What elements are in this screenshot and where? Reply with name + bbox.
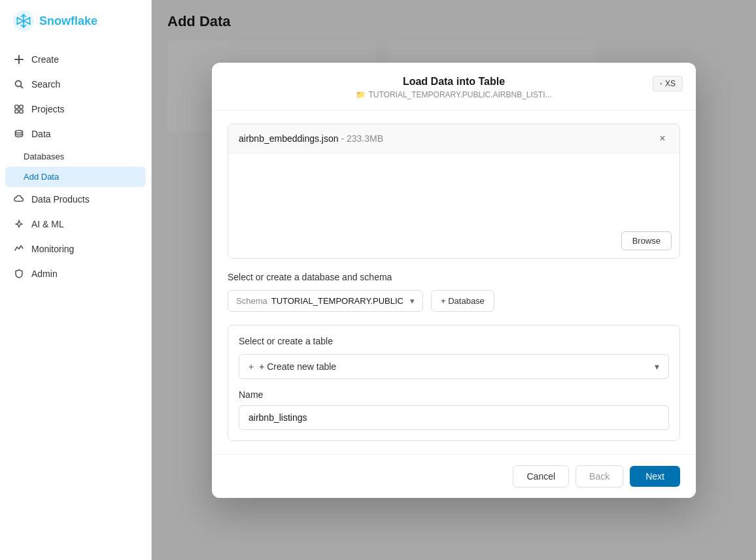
main-content: Add Data Load Data into Table 📁 TUTORIAL… (152, 0, 756, 560)
warehouse-badge-label: XS (665, 79, 676, 88)
sidebar-item-monitoring-label: Monitoring (31, 244, 74, 254)
sidebar-item-databases[interactable]: Databases (0, 146, 151, 167)
chevron-down-icon-table: ▾ (655, 361, 659, 372)
table-section-label: Select or create a table (239, 336, 669, 346)
sidebar-item-create-label: Create (31, 54, 59, 65)
chevron-down-icon: ▾ (410, 296, 415, 306)
sidebar-item-projects[interactable]: Projects (0, 97, 151, 122)
back-button[interactable]: Back (576, 465, 623, 487)
file-drop-area[interactable]: Browse (228, 154, 679, 258)
modal-body: airbnb_embeddings.json - 233.3MB × Brows… (212, 110, 696, 454)
sidebar-item-projects-label: Projects (31, 104, 65, 114)
sidebar-item-databases-label: Databases (24, 152, 64, 161)
sidebar-item-data-label: Data (31, 129, 51, 139)
modal-title-block: Load Data into Table 📁 TUTORIAL_TEMPORAR… (356, 76, 551, 99)
app-logo[interactable]: Snowflake (0, 0, 151, 42)
sidebar-item-data[interactable]: Data (0, 122, 151, 146)
activity-icon (13, 243, 25, 255)
database-icon (13, 128, 25, 140)
create-new-table-label: + Create new table (259, 361, 336, 372)
schema-prefix: Schema (236, 296, 267, 306)
table-type-dropdown[interactable]: + + Create new table ▾ (239, 354, 669, 379)
svg-rect-17 (15, 105, 18, 108)
sidebar-item-create[interactable]: Create (0, 47, 151, 72)
table-name-input[interactable] (239, 405, 669, 430)
add-database-button[interactable]: + Database (431, 290, 494, 312)
sidebar-item-monitoring[interactable]: Monitoring (0, 237, 151, 261)
cancel-button[interactable]: Cancel (513, 465, 569, 487)
modal-overlay: Load Data into Table 📁 TUTORIAL_TEMPORAR… (152, 0, 756, 560)
file-remove-button[interactable]: × (656, 132, 669, 145)
folder-icon: 📁 (356, 90, 366, 99)
warehouse-badge: XS (653, 76, 683, 91)
nav-menu: Create Search Projects Data Databases (0, 42, 151, 560)
sidebar-item-admin-label: Admin (31, 269, 58, 279)
modal-subtitle: 📁 TUTORIAL_TEMPORARY.PUBLIC.AIRBNB_LISTI… (356, 90, 551, 99)
sidebar-item-add-data[interactable]: Add Data (5, 167, 146, 187)
plus-icon-small: + (249, 361, 254, 372)
logo-text: Snowflake (39, 14, 97, 28)
cloud-icon (13, 193, 25, 205)
schema-dropdown[interactable]: Schema TUTORIAL_TEMPORARY.PUBLIC ▾ (228, 290, 423, 312)
sparkle-icon (13, 218, 25, 230)
modal-header: Load Data into Table 📁 TUTORIAL_TEMPORAR… (212, 63, 696, 110)
svg-point-21 (16, 131, 23, 133)
sidebar-item-data-products[interactable]: Data Products (0, 187, 151, 212)
file-item: airbnb_embeddings.json - 233.3MB × (228, 124, 679, 154)
search-icon (13, 78, 25, 90)
schema-row: Schema TUTORIAL_TEMPORARY.PUBLIC ▾ + Dat… (228, 290, 680, 312)
sidebar-item-admin[interactable]: Admin (0, 261, 151, 286)
snowflake-icon (13, 10, 34, 31)
modal-title: Load Data into Table (356, 76, 551, 88)
file-name-text: airbnb_embeddings.json (239, 133, 339, 144)
svg-rect-19 (15, 110, 18, 113)
sidebar-item-search-label: Search (31, 79, 60, 90)
schema-value: TUTORIAL_TEMPORARY.PUBLIC (271, 296, 404, 306)
modal-subtitle-text: TUTORIAL_TEMPORARY.PUBLIC.AIRBNB_LISTI..… (368, 90, 551, 99)
next-button[interactable]: Next (630, 466, 680, 487)
grid-icon (13, 103, 25, 115)
name-label: Name (239, 389, 669, 400)
sidebar: Snowflake Create Search Projects (0, 0, 152, 560)
schema-section-label: Select or create a database and schema (228, 272, 680, 282)
svg-rect-20 (20, 110, 23, 113)
sidebar-item-ai-ml[interactable]: AI & ML (0, 212, 151, 237)
modal-footer: Cancel Back Next (212, 454, 696, 498)
svg-rect-18 (20, 105, 23, 108)
file-upload-area: airbnb_embeddings.json - 233.3MB × Brows… (228, 124, 680, 259)
browse-button[interactable]: Browse (621, 231, 672, 250)
file-name: airbnb_embeddings.json - 233.3MB (239, 133, 383, 144)
table-dropdown-left: + + Create new table (249, 361, 336, 372)
modal: Load Data into Table 📁 TUTORIAL_TEMPORAR… (212, 63, 696, 498)
sidebar-item-data-products-label: Data Products (31, 194, 90, 205)
sidebar-item-search[interactable]: Search (0, 72, 151, 97)
file-size: - 233.3MB (341, 133, 383, 144)
sidebar-item-add-data-label: Add Data (24, 172, 59, 182)
plus-icon (13, 54, 25, 65)
shield-icon (13, 268, 25, 280)
table-section: Select or create a table + + Create new … (228, 325, 680, 441)
sidebar-item-ai-ml-label: AI & ML (31, 219, 64, 229)
